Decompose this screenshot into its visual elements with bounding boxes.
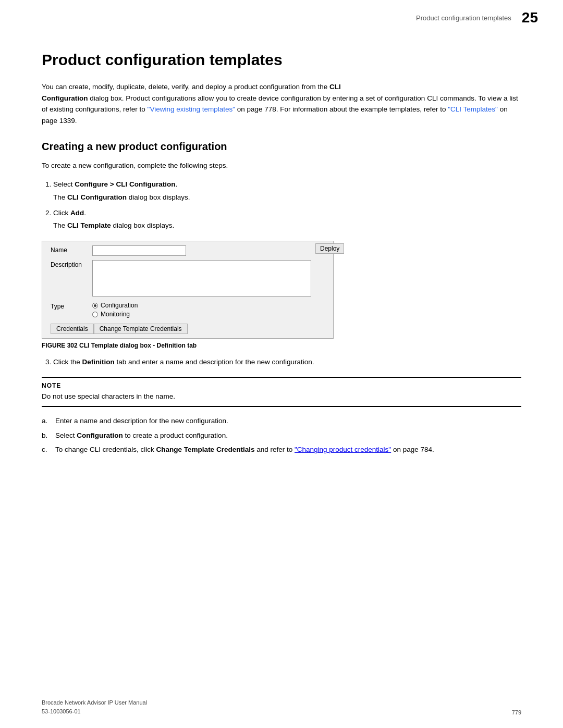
radio-monitoring-label: Monitoring	[101, 311, 130, 318]
sub-step-c: c. To change CLI credentials, click Chan…	[42, 444, 521, 455]
sub-step-c-letter: c.	[42, 444, 51, 455]
intro-text-1: You can create, modify, duplicate, delet…	[42, 83, 329, 91]
sub-steps-list: a. Enter a name and description for the …	[42, 415, 521, 455]
steps-list-3: Click the Definition tab and enter a nam…	[53, 356, 521, 368]
step-2-text: Click Add.	[53, 209, 86, 217]
dialog-description-textarea[interactable]	[92, 260, 311, 297]
step-3-text: Click the Definition tab and enter a nam…	[53, 358, 314, 366]
dialog-description-row: Description	[46, 258, 315, 299]
deploy-button-container: Deploy	[315, 243, 344, 336]
footer-page-number: 779	[512, 709, 521, 715]
dialog-top-row: Name Description Type C	[42, 241, 333, 338]
radio-configuration-label: Configuration	[101, 302, 138, 309]
radio-monitoring-circle	[92, 312, 98, 317]
sub-step-c-text: To change CLI credentials, click Change …	[55, 444, 434, 455]
dialog-name-label: Name	[51, 245, 92, 254]
sub-step-b-letter: b.	[42, 430, 51, 441]
link-changing-product-credentials[interactable]: "Changing product credentials"	[295, 446, 391, 453]
radio-configuration-circle	[92, 303, 98, 309]
sub-step-a: a. Enter a name and description for the …	[42, 415, 521, 427]
deploy-button[interactable]: Deploy	[315, 243, 344, 254]
step-1: Select Configure > CLI Configuration.	[53, 179, 521, 191]
step-2-sub: The CLI Template dialog box displays.	[53, 220, 521, 231]
dialog-name-input[interactable]	[92, 245, 186, 256]
link-cli-templates[interactable]: "CLI Templates"	[448, 105, 498, 113]
link-viewing-templates[interactable]: "Viewing existing templates"	[148, 105, 235, 113]
intro-bold-config: Configuration	[42, 94, 88, 102]
change-template-credentials-tab-button[interactable]: Change Template Credentials	[94, 324, 188, 334]
step-3: Click the Definition tab and enter a nam…	[53, 356, 521, 368]
sub-step-a-letter: a.	[42, 415, 51, 427]
figure-caption: FIGURE 302 CLI Template dialog box - Def…	[42, 342, 521, 349]
step-1-sub: The CLI Configuration dialog box display…	[53, 192, 521, 203]
intro-bold-cli: CLI	[329, 83, 341, 91]
sub-step-b: b. Select Configuration to create a prod…	[42, 430, 521, 441]
dialog-description-label: Description	[51, 260, 92, 268]
dialog-fields: Name Description Type C	[46, 243, 315, 336]
dialog-type-label: Type	[51, 302, 92, 310]
section-heading: Creating a new product configuration	[42, 141, 521, 153]
footer-doc-number: 53-1003056-01	[42, 707, 147, 716]
dialog-tabs-row: Credentials Change Template Credentials	[46, 322, 315, 336]
note-label: NOTE	[42, 382, 521, 389]
dialog-type-row: Type Configuration Monitoring	[46, 299, 315, 322]
credentials-tab-button[interactable]: Credentials	[51, 324, 94, 334]
note-text: Do not use special characters in the nam…	[42, 391, 521, 402]
dialog-type-options: Configuration Monitoring	[92, 302, 138, 319]
dialog-screenshot: Name Description Type C	[42, 241, 521, 339]
footer-manual-name: Brocade Network Advisor IP User Manual	[42, 698, 147, 707]
footer-left: Brocade Network Advisor IP User Manual 5…	[42, 698, 147, 715]
note-box: NOTE Do not use special characters in th…	[42, 377, 521, 407]
header-page-number: 25	[522, 9, 538, 26]
steps-list: Select Configure > CLI Configuration.	[53, 179, 521, 191]
page-header: Product configuration templates 25	[0, 0, 563, 30]
main-content: Product configuration templates You can …	[0, 30, 563, 490]
step-1-text: Select Configure > CLI Configuration.	[53, 180, 177, 188]
steps-intro: To create a new configuration, complete …	[42, 160, 521, 171]
radio-monitoring[interactable]: Monitoring	[92, 311, 138, 318]
chapter-title: Product configuration templates	[42, 51, 521, 69]
sub-step-a-text: Enter a name and description for the new…	[55, 415, 228, 427]
cli-template-dialog: Name Description Type C	[42, 241, 334, 339]
sub-step-b-text: Select Configuration to create a product…	[55, 430, 228, 441]
radio-configuration[interactable]: Configuration	[92, 302, 138, 309]
intro-text-3: on page 778. For information about the e…	[235, 105, 448, 113]
intro-paragraph: You can create, modify, duplicate, delet…	[42, 81, 521, 126]
step-2: Click Add.	[53, 207, 521, 219]
dialog-name-row: Name	[46, 243, 315, 258]
page-footer: Brocade Network Advisor IP User Manual 5…	[42, 698, 521, 715]
figure-caption-bold: FIGURE 302 CLI Template dialog box - Def…	[42, 342, 197, 349]
steps-list-2: Click Add.	[53, 207, 521, 219]
header-title: Product configuration templates	[416, 14, 511, 22]
